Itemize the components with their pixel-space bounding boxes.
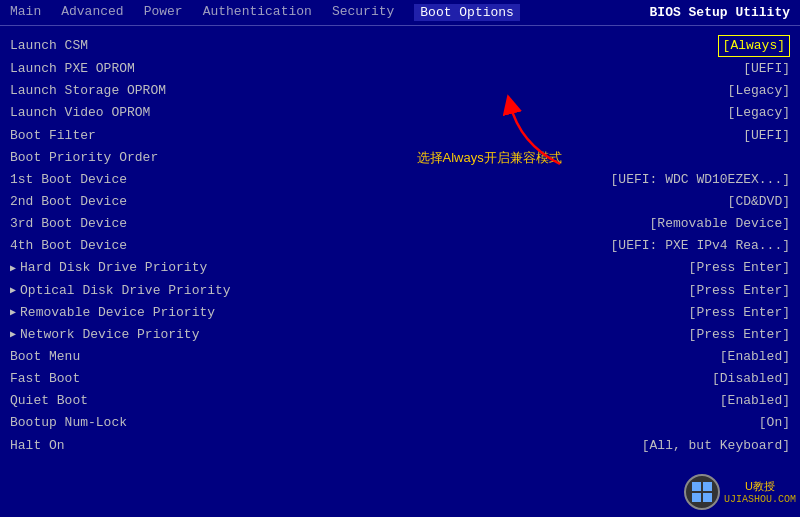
value-launch-storage: [Legacy] xyxy=(728,81,790,101)
label-boot-filter: Boot Filter xyxy=(10,126,96,146)
value-launch-csm: [Always] xyxy=(718,35,790,57)
menu-power[interactable]: Power xyxy=(144,4,183,21)
row-hdd-priority[interactable]: Hard Disk Drive Priority [Press Enter] xyxy=(10,257,790,279)
value-bootup-numlock: [On] xyxy=(759,413,790,433)
row-boot-priority-order[interactable]: Boot Priority Order 选择Always开启兼容模式 xyxy=(10,147,790,169)
label-2nd-boot: 2nd Boot Device xyxy=(10,192,127,212)
bios-title: BIOS Setup Utility xyxy=(650,5,790,20)
row-3rd-boot[interactable]: 3rd Boot Device [Removable Device] xyxy=(10,213,790,235)
value-fast-boot: [Disabled] xyxy=(712,369,790,389)
label-removable-priority: Removable Device Priority xyxy=(10,303,215,323)
label-1st-boot: 1st Boot Device xyxy=(10,170,127,190)
menu-items: Main Advanced Power Authentication Secur… xyxy=(10,4,520,21)
watermark-cn: U教授 xyxy=(745,479,775,494)
row-quiet-boot[interactable]: Quiet Boot [Enabled] xyxy=(10,390,790,412)
value-2nd-boot: [CD&DVD] xyxy=(728,192,790,212)
label-bootup-numlock: Bootup Num-Lock xyxy=(10,413,127,433)
row-launch-pxe[interactable]: Launch PXE OPROM [UEFI] xyxy=(10,58,790,80)
row-halt-on[interactable]: Halt On [All, but Keyboard] xyxy=(10,435,790,457)
value-boot-filter: [UEFI] xyxy=(743,126,790,146)
svg-rect-2 xyxy=(703,482,712,491)
value-boot-menu: [Enabled] xyxy=(720,347,790,367)
label-odd-priority: Optical Disk Drive Priority xyxy=(10,281,231,301)
menu-bar: Main Advanced Power Authentication Secur… xyxy=(0,0,800,26)
row-4th-boot[interactable]: 4th Boot Device [UEFI: PXE IPv4 Rea...] xyxy=(10,235,790,257)
row-bootup-numlock[interactable]: Bootup Num-Lock [On] xyxy=(10,412,790,434)
value-3rd-boot: [Removable Device] xyxy=(650,214,790,234)
label-hdd-priority: Hard Disk Drive Priority xyxy=(10,258,207,278)
label-launch-storage: Launch Storage OPROM xyxy=(10,81,166,101)
row-boot-menu[interactable]: Boot Menu [Enabled] xyxy=(10,346,790,368)
svg-rect-4 xyxy=(703,493,712,502)
menu-advanced[interactable]: Advanced xyxy=(61,4,123,21)
row-removable-priority[interactable]: Removable Device Priority [Press Enter] xyxy=(10,302,790,324)
svg-rect-3 xyxy=(692,493,701,502)
value-4th-boot: [UEFI: PXE IPv4 Rea...] xyxy=(611,236,790,256)
menu-authentication[interactable]: Authentication xyxy=(203,4,312,21)
label-launch-csm: Launch CSM xyxy=(10,36,88,56)
row-1st-boot[interactable]: 1st Boot Device [UEFI: WDC WD10EZEX...] xyxy=(10,169,790,191)
label-fast-boot: Fast Boot xyxy=(10,369,80,389)
menu-security[interactable]: Security xyxy=(332,4,394,21)
main-content: Launch CSM [Always] Launch PXE OPROM [UE… xyxy=(0,26,800,513)
row-network-priority[interactable]: Network Device Priority [Press Enter] xyxy=(10,324,790,346)
label-quiet-boot: Quiet Boot xyxy=(10,391,88,411)
value-halt-on: [All, but Keyboard] xyxy=(642,436,790,456)
row-fast-boot[interactable]: Fast Boot [Disabled] xyxy=(10,368,790,390)
label-network-priority: Network Device Priority xyxy=(10,325,199,345)
row-2nd-boot[interactable]: 2nd Boot Device [CD&DVD] xyxy=(10,191,790,213)
label-3rd-boot: 3rd Boot Device xyxy=(10,214,127,234)
watermark-text: U教授 UJIASHOU.COM xyxy=(724,479,796,505)
label-boot-menu: Boot Menu xyxy=(10,347,80,367)
value-launch-video: [Legacy] xyxy=(728,103,790,123)
value-removable-priority: [Press Enter] xyxy=(689,303,790,323)
row-launch-csm[interactable]: Launch CSM [Always] xyxy=(10,34,790,58)
value-network-priority: [Press Enter] xyxy=(689,325,790,345)
value-1st-boot: [UEFI: WDC WD10EZEX...] xyxy=(611,170,790,190)
value-odd-priority: [Press Enter] xyxy=(689,281,790,301)
watermark: U教授 UJIASHOU.COM xyxy=(680,467,800,517)
svg-rect-1 xyxy=(692,482,701,491)
menu-main[interactable]: Main xyxy=(10,4,41,21)
watermark-logo xyxy=(684,474,720,510)
value-launch-pxe: [UEFI] xyxy=(743,59,790,79)
watermark-en: UJIASHOU.COM xyxy=(724,494,796,505)
row-launch-video[interactable]: Launch Video OPROM [Legacy] xyxy=(10,102,790,124)
label-boot-priority-order: Boot Priority Order xyxy=(10,148,158,168)
label-4th-boot: 4th Boot Device xyxy=(10,236,127,256)
value-hdd-priority: [Press Enter] xyxy=(689,258,790,278)
annotation-arrow xyxy=(500,94,580,178)
row-boot-filter[interactable]: Boot Filter [UEFI] xyxy=(10,125,790,147)
value-quiet-boot: [Enabled] xyxy=(720,391,790,411)
label-launch-pxe: Launch PXE OPROM xyxy=(10,59,135,79)
menu-boot-options[interactable]: Boot Options xyxy=(414,4,520,21)
row-odd-priority[interactable]: Optical Disk Drive Priority [Press Enter… xyxy=(10,280,790,302)
row-launch-storage[interactable]: Launch Storage OPROM [Legacy] xyxy=(10,80,790,102)
label-halt-on: Halt On xyxy=(10,436,65,456)
label-launch-video: Launch Video OPROM xyxy=(10,103,150,123)
